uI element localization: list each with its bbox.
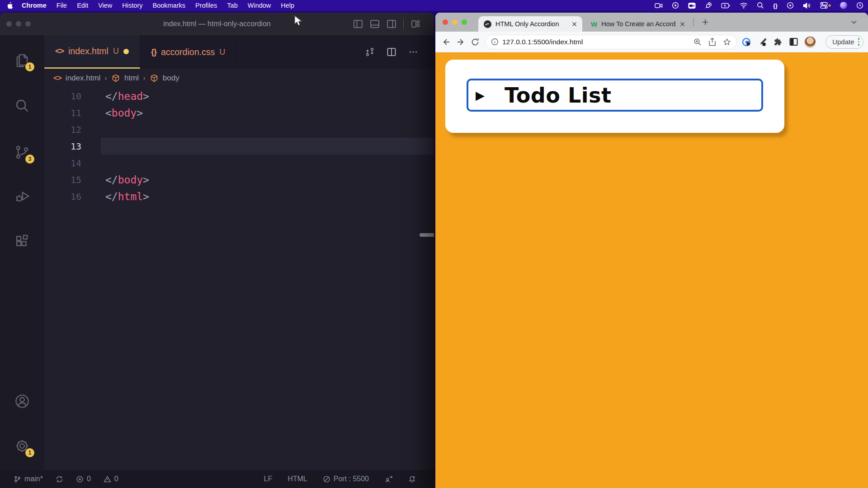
- explorer-icon[interactable]: 1: [14, 52, 31, 69]
- menu-item-chrome[interactable]: Chrome: [17, 2, 52, 9]
- url-text[interactable]: 127.0.0.1:5500/index.html: [502, 38, 693, 46]
- live-share-icon[interactable]: [384, 475, 393, 483]
- code-line-10[interactable]: 10 </head>: [44, 88, 434, 104]
- battery-icon[interactable]: [721, 3, 731, 9]
- accordion-summary[interactable]: ▶ Todo List: [467, 79, 763, 112]
- camera-icon[interactable]: [688, 2, 696, 9]
- clock-icon[interactable]: [856, 2, 863, 9]
- eyedropper-extension-icon[interactable]: [757, 37, 767, 47]
- control-center-icon[interactable]: [820, 2, 831, 9]
- braces-icon[interactable]: {}: [773, 2, 778, 9]
- menu-item-profiles[interactable]: Profiles: [190, 2, 222, 9]
- spotlight-icon[interactable]: [757, 2, 764, 9]
- toggle-panel-left-icon[interactable]: [353, 19, 363, 29]
- address-bar[interactable]: 127.0.0.1:5500/index.html: [485, 35, 737, 49]
- vscode-window: index.html — html-only-accordion: [0, 13, 434, 488]
- run-debug-icon[interactable]: [14, 188, 31, 205]
- menu-item-tab[interactable]: Tab: [222, 2, 242, 9]
- forward-button[interactable]: [453, 35, 468, 49]
- close-window-button[interactable]: [6, 21, 12, 27]
- back-button[interactable]: [439, 35, 453, 49]
- code-line-14[interactable]: 14: [44, 155, 434, 171]
- git-branch-status[interactable]: main*: [14, 475, 43, 483]
- zoom-icon[interactable]: [693, 38, 702, 46]
- scrollbar-handle[interactable]: [420, 233, 434, 237]
- chrome-window: HTML Only Accordion W How To Create an A…: [435, 13, 868, 488]
- close-window-button[interactable]: [443, 19, 448, 25]
- chrome-tab-inactive[interactable]: W How To Create an Accordion: [585, 16, 690, 32]
- menu-item-help[interactable]: Help: [276, 2, 299, 9]
- code-line-16[interactable]: 16 </html>: [44, 188, 434, 205]
- tab-accordion-css[interactable]: {} accordion.css U: [140, 35, 236, 69]
- chrome-tab-active[interactable]: HTML Only Accordion: [478, 16, 582, 32]
- close-tab-icon[interactable]: [680, 22, 685, 27]
- source-control-icon[interactable]: 3: [14, 144, 31, 161]
- accordion-title: Todo List: [505, 83, 611, 108]
- extensions-puzzle-icon[interactable]: [773, 37, 783, 47]
- record-icon[interactable]: [672, 2, 679, 9]
- breadcrumb-body-node[interactable]: body: [163, 74, 179, 83]
- code-line-11[interactable]: 11 <body>: [44, 104, 434, 121]
- language-mode[interactable]: HTML: [288, 475, 307, 483]
- play-circle-icon[interactable]: [787, 2, 794, 9]
- toggle-panel-right-icon[interactable]: [387, 19, 396, 29]
- code-editor[interactable]: 10 </head> 11 <body> 12 13 14: [44, 88, 434, 205]
- lighthouse-extension-icon[interactable]: [741, 37, 751, 47]
- menu-item-history[interactable]: History: [117, 2, 147, 9]
- tab-label: accordion.css: [161, 47, 215, 57]
- siri-icon[interactable]: [840, 2, 847, 9]
- notifications-bell-icon[interactable]: [408, 475, 416, 483]
- menu-item-window[interactable]: Window: [243, 2, 276, 9]
- split-editor-icon[interactable]: [386, 47, 397, 57]
- customize-layout-icon[interactable]: [410, 19, 420, 29]
- recording-dot: [828, 4, 830, 6]
- menu-item-file[interactable]: File: [52, 2, 72, 9]
- side-panel-icon[interactable]: [789, 37, 798, 47]
- settings-gear-icon[interactable]: 1: [14, 437, 31, 455]
- code-line-13-current[interactable]: 13: [44, 138, 434, 155]
- profile-avatar[interactable]: [804, 36, 816, 48]
- sync-changes-button[interactable]: [56, 475, 63, 483]
- modified-dot-icon[interactable]: [123, 49, 129, 54]
- breadcrumb-html-node[interactable]: html: [124, 74, 139, 83]
- eol-indicator[interactable]: LF: [264, 475, 272, 483]
- code-line-15[interactable]: 15 </body>: [44, 171, 434, 188]
- live-server-port[interactable]: Port : 5500: [323, 475, 369, 483]
- screen-record-icon[interactable]: [655, 2, 663, 9]
- menu-item-view[interactable]: View: [93, 2, 117, 9]
- update-chrome-button[interactable]: Update: [826, 35, 863, 49]
- tab-index-html[interactable]: <> index.html U: [44, 35, 140, 69]
- zoom-window-button[interactable]: [462, 19, 467, 25]
- menu-item-bookmarks[interactable]: Bookmarks: [147, 2, 190, 9]
- new-tab-button[interactable]: [699, 16, 711, 28]
- close-tab-icon[interactable]: [572, 22, 577, 27]
- compare-changes-icon[interactable]: [364, 47, 375, 57]
- account-icon[interactable]: [14, 393, 31, 410]
- bookmark-star-icon[interactable]: [723, 38, 731, 46]
- code-line-12[interactable]: 12: [44, 121, 434, 138]
- warnings-status[interactable]: 0: [104, 475, 118, 483]
- wifi-icon[interactable]: [740, 2, 748, 9]
- extensions-icon[interactable]: [14, 233, 31, 250]
- details-marker-icon: ▶: [476, 89, 485, 101]
- symbol-cube-icon: [111, 74, 120, 83]
- breadcrumb-file[interactable]: index.html: [66, 74, 100, 83]
- chrome-menu-icon[interactable]: [858, 38, 860, 46]
- more-actions-icon[interactable]: [408, 47, 419, 57]
- vscode-titlebar[interactable]: index.html — html-only-accordion: [0, 13, 434, 35]
- explorer-badge: 1: [25, 62, 34, 71]
- errors-status[interactable]: 0: [76, 475, 91, 483]
- rocket-icon[interactable]: [705, 2, 712, 9]
- tab-search-chevron-icon[interactable]: [848, 16, 860, 28]
- minimize-window-button[interactable]: [452, 19, 458, 25]
- minimize-window-button[interactable]: [16, 21, 21, 27]
- toggle-panel-bottom-icon[interactable]: [370, 19, 380, 29]
- share-icon[interactable]: [708, 38, 716, 46]
- search-icon[interactable]: [14, 97, 31, 114]
- reload-button[interactable]: [468, 35, 482, 49]
- volume-icon[interactable]: [803, 2, 811, 9]
- menu-item-edit[interactable]: Edit: [72, 2, 93, 9]
- zoom-window-button[interactable]: [25, 21, 31, 27]
- site-info-icon[interactable]: [491, 38, 499, 46]
- apple-menu-icon[interactable]: [6, 2, 13, 9]
